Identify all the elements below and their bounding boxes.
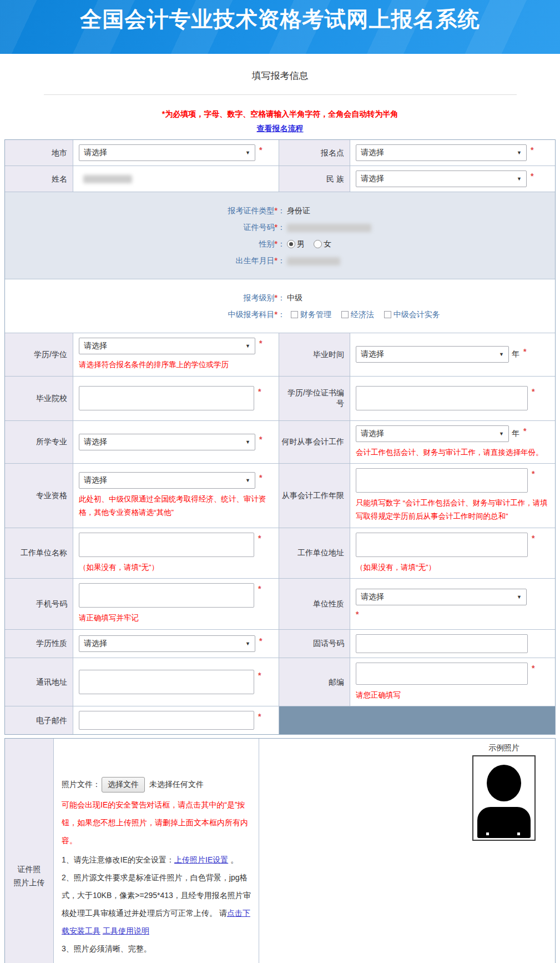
level-section: 报考级别*： 中级 中级报考科目*： 财务管理 经济法 中级会计实务 [5,279,555,333]
graduate-school-label: 毕业院校 [5,377,73,420]
chevron-down-icon: ▼ [517,176,522,182]
level-value: 中级 [285,292,555,304]
employer-address-label: 工作单位地址 [279,528,350,579]
accounting-start-year-hint: 会计工作包括会计、财务与审计工作，请直接选择年份。 [356,446,549,459]
mobile-label: 手机号码 [5,579,73,629]
ethnicity-label: 民 族 [279,166,350,192]
major-select[interactable]: 请选择 ▼ [79,434,255,450]
required-mark: * [259,472,262,482]
subject-label-intermediate-accounting: 中级会计实务 [393,310,440,319]
education-label: 学历/学位 [5,333,73,376]
education-type-label: 学历性质 [5,630,73,658]
education-select[interactable]: 请选择 ▼ [79,338,255,354]
sample-photo [472,755,536,841]
certificate-info-section: 报考证件类型*： 身份证 证件号码*： 性别*： 男 女 出生年月日*： [5,192,555,279]
employer-name-label: 工作单位名称 [5,528,73,579]
required-mark: * [531,170,533,180]
graduate-school-input[interactable] [79,386,254,410]
required-mark: * [532,386,534,396]
employer-address-hint: （如果没有，请填“无”） [356,561,549,574]
silhouette-head [487,765,521,801]
app-header: 全国会计专业技术资格考试网上报名系统 [0,0,560,54]
education-type-select[interactable]: 请选择 ▼ [79,635,255,652]
tool-usage-link[interactable]: 工具使用说明 [103,926,149,935]
dob-value-redacted [287,257,340,265]
ie-settings-link[interactable]: 上传照片IE设置 [174,855,228,864]
name-value-redacted [83,175,132,183]
education-hint: 请选择符合报名条件的排序靠上的学位或学历 [79,358,273,372]
choose-file-button[interactable]: 选择文件 [102,777,145,793]
postcode-input[interactable] [356,663,528,685]
subject-checkbox-financial-management[interactable] [291,311,298,318]
registration-form: 地市 请选择 ▼ * 报名点 请选择 ▼ * 姓名 民 族 请选择 ▼ * [4,139,556,735]
divider [44,94,517,95]
city-select[interactable]: 请选择 ▼ [79,144,255,161]
accounting-start-year-select[interactable]: 请选择 ▼ [356,425,509,442]
photo-file-label: 照片文件： [62,780,100,790]
employer-name-input[interactable] [79,533,254,557]
mailing-address-input[interactable] [79,670,254,694]
subject-label-financial-management: 财务管理 [300,310,331,319]
subject-label-economic-law: 经济法 [351,310,374,319]
ethnicity-select[interactable]: 请选择 ▼ [356,170,527,187]
qualification-label: 专业资格 [5,464,73,527]
required-note: *为必填项，字母、数字、空格请输入半角字符，全角会自动转为半角 [0,109,560,119]
chevron-down-icon: ▼ [499,431,504,437]
photo-instruction-3: 3、照片必须清晰、完整。 [62,940,251,957]
name-label: 姓名 [5,166,73,192]
sample-photo-title: 示例照片 [472,743,536,753]
subject-checkbox-economic-law[interactable] [341,311,349,318]
silhouette-body [477,807,531,838]
chevron-down-icon: ▼ [499,352,504,357]
gender-male-label: 男 [297,239,305,248]
postcode-label: 邮编 [279,658,350,706]
chevron-down-icon: ▼ [517,150,522,156]
required-mark: * [258,583,261,593]
email-input[interactable] [79,711,254,730]
id-number-label: 证件号码 [244,223,275,232]
registration-point-select[interactable]: 请选择 ▼ [356,144,527,161]
required-mark: * [259,144,262,154]
photo-instruction-2: 2、照片源文件要求是标准证件照片，白色背景，jpg格式，大于10KB，像素>=2… [62,869,251,940]
diploma-number-input[interactable] [356,386,528,410]
qualification-select[interactable]: 请选择 ▼ [79,472,255,489]
landline-input[interactable] [356,634,528,653]
chevron-down-icon: ▼ [245,439,250,445]
gender-male-radio[interactable] [287,240,295,248]
diploma-number-label: 学历/学位证书编号 [279,377,350,420]
required-mark: * [258,386,261,396]
required-mark: * [523,346,526,356]
chevron-down-icon: ▼ [517,594,522,600]
required-mark: * [259,338,262,348]
employer-name-hint: （如果没有，请填“无”） [79,561,273,574]
graduation-year-select[interactable]: 请选择 ▼ [356,346,509,363]
required-mark: * [258,711,261,721]
no-file-chosen-text: 未选择任何文件 [149,780,204,790]
required-mark: * [532,533,534,543]
regpoint-label: 报名点 [279,140,350,165]
id-number-value-redacted [287,224,371,232]
employer-type-select[interactable]: 请选择 ▼ [356,589,527,605]
id-type-label: 报考证件类型 [228,206,275,215]
work-years-input[interactable] [356,468,528,493]
disabled-cell [279,706,555,734]
photo-upload-section: 证件照照片上传 照片文件： 选择文件 未选择任何文件 可能会出现IE的安全警告对… [4,738,556,963]
photo-preview-panel: 示例照片 上传照片IE设置 [259,739,555,963]
accounting-start-year-label: 何时从事会计工作 [279,421,350,464]
gender-female-radio[interactable] [314,240,322,248]
major-label: 所学专业 [5,421,73,464]
required-mark: * [258,533,261,543]
mailing-address-label: 通讯地址 [5,658,73,706]
employer-address-input[interactable] [356,533,528,557]
gender-female-label: 女 [324,239,331,248]
mobile-hint: 请正确填写并牢记 [79,611,273,625]
required-mark: * [531,144,533,154]
subject-checkbox-intermediate-accounting[interactable] [384,311,391,318]
chevron-down-icon: ▼ [245,478,250,483]
postcode-hint: 请您正确填写 [356,689,549,702]
gender-label: 性别 [259,239,275,248]
view-registration-flow-link[interactable]: 查看报名流程 [257,124,304,133]
required-mark: * [532,468,534,478]
mobile-input[interactable] [79,583,254,608]
employer-type-label: 单位性质 [279,579,350,629]
